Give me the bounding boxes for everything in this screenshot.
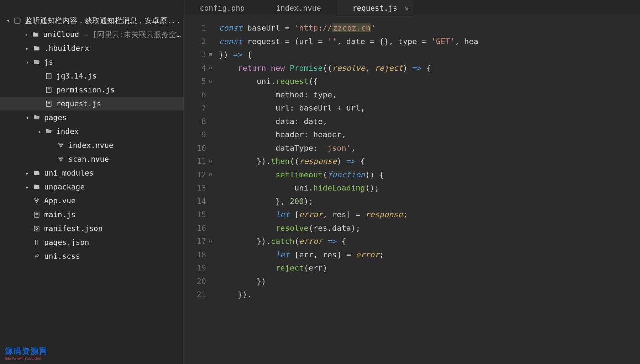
file-js-icon [45,100,53,108]
tree-item-unicloud[interactable]: ▸uniCloud – [阿里云:未关联云服务空间] [0,27,184,41]
line-number: 20 [184,275,206,288]
file-explorer: ▾ 监听通知栏内容，获取通知栏消息，安卓原... ▸uniCloud – [阿里… [0,0,184,364]
tree-item-request-js[interactable]: request.js [0,97,184,111]
fold-marker[interactable]: ⊟ [209,48,216,61]
line-number: 14 [184,195,206,208]
chevron-down-icon: ▾ [36,129,43,134]
tree-item-manifest-json[interactable]: manifest.json [0,221,184,235]
fold-marker [209,181,216,195]
line-number: 15 [184,208,206,221]
file-vue-icon [57,141,65,149]
fold-marker [209,101,216,115]
tab-label: index.nvue [276,4,321,12]
tree-item--hbuilderx[interactable]: ▸.hbuilderx [0,41,184,55]
svg-rect-0 [15,18,20,23]
line-number: 3 [184,48,206,61]
line-number: 1 [184,21,206,35]
fold-marker[interactable]: ⊟ [209,75,216,88]
file-js-icon [45,86,53,94]
tree-item-js[interactable]: ▾js [0,55,184,69]
tree-item-main-js[interactable]: main.js [0,208,184,221]
tree-item-label: unpackage [44,183,85,191]
chevron-right-icon: ▸ [24,46,31,51]
line-number: 5 [184,75,206,88]
fold-marker [209,21,216,35]
chevron-right-icon: ▸ [24,184,31,190]
fold-marker [209,141,216,155]
fold-marker[interactable]: ⊟ [209,168,216,182]
project-root[interactable]: ▾ 监听通知栏内容，获取通知栏消息，安卓原... [0,14,184,27]
tab-label: request.js [352,4,397,12]
svg-rect-13 [34,226,39,231]
tree-item-unpackage[interactable]: ▸unpackage [0,180,184,194]
line-number: 13 [184,181,206,195]
tab-config-php[interactable]: config.php [184,0,260,16]
fold-marker [209,221,216,235]
line-number: 17 [184,235,206,248]
fold-marker [209,261,216,275]
project-title: 监听通知栏内容，获取通知栏消息，安卓原... [25,16,180,26]
fold-marker [209,88,216,102]
tree-item-jq3-14-js[interactable]: jq3.14.js [0,69,184,83]
file-js-icon [45,72,53,80]
tab-request-js[interactable]: request.js× [337,0,413,16]
fold-marker [209,35,216,48]
fold-marker[interactable]: ⊟ [209,235,216,248]
tree-item-app-vue[interactable]: App.vue [0,194,184,208]
code-area: 123456789101112131415161718192021 ⊟⊟⊟⊟⊟⊟… [184,16,640,364]
fold-marker [209,275,216,288]
tree-item-index[interactable]: ▾index [0,124,184,138]
tree-item-permission-js[interactable]: permission.js [0,83,184,97]
file-tree: ▸uniCloud – [阿里云:未关联云服务空间]▸.hbuilderx▾js… [0,27,184,263]
fold-gutter: ⊟⊟⊟⊟⊟⊟ [209,16,216,364]
file-json-icon [33,239,41,246]
tree-item-label: jq3.14.js [56,72,97,80]
tab-bar: config.phpindex.nvuerequest.js× [184,0,640,16]
fold-marker [209,195,216,208]
tree-item-label: main.js [44,210,76,219]
tree-item-label: manifest.json [44,224,103,233]
folder-icon [33,169,41,177]
folder-open-icon [45,128,53,135]
tree-item-label: uni_modules [44,169,94,177]
tree-item-label: index [56,127,79,136]
fold-marker[interactable]: ⊟ [209,155,216,168]
fold-marker[interactable]: ⊟ [209,61,216,75]
tree-item-label: request.js [56,100,101,108]
chevron-right-icon: ▸ [24,170,31,176]
fold-marker [209,115,216,128]
folder-icon [33,44,41,52]
file-vue-icon [57,155,65,163]
fold-marker [209,128,216,141]
code-content[interactable]: const baseUrl = 'http://zzcbz.cn' const … [216,16,640,364]
tree-item-label: permission.js [56,86,115,94]
line-number: 2 [184,35,206,48]
line-number: 21 [184,288,206,301]
line-number: 10 [184,141,206,155]
line-number: 11 [184,155,206,168]
tree-item-uni-scss[interactable]: uni.scss [0,249,184,263]
file-scss-icon [33,252,41,260]
close-icon[interactable]: × [405,4,409,12]
editor-pane: config.phpindex.nvuerequest.js× 12345678… [184,0,640,364]
line-number: 9 [184,128,206,141]
line-number: 8 [184,115,206,128]
tree-item-index-nvue[interactable]: index.nvue [0,138,184,152]
chevron-down-icon: ▾ [24,59,31,65]
chevron-down-icon: ▾ [24,115,31,121]
watermark-sub: http://www.net198.com [5,357,48,360]
tree-item-pages[interactable]: ▾pages [0,111,184,124]
fold-marker [209,208,216,221]
tree-item-pages-json[interactable]: pages.json [0,235,184,249]
line-number: 18 [184,248,206,262]
tree-item-uni-modules[interactable]: ▸uni_modules [0,166,184,180]
tree-item-label: pages [44,113,67,122]
file-vue-icon [33,197,41,205]
tree-item-scan-nvue[interactable]: scan.nvue [0,152,184,166]
tab-index-nvue[interactable]: index.nvue [260,0,336,16]
project-icon [14,17,21,25]
line-number: 4 [184,61,206,75]
cloud-folder-icon [32,31,40,38]
line-number: 6 [184,88,206,102]
tree-item-label: pages.json [44,238,89,247]
